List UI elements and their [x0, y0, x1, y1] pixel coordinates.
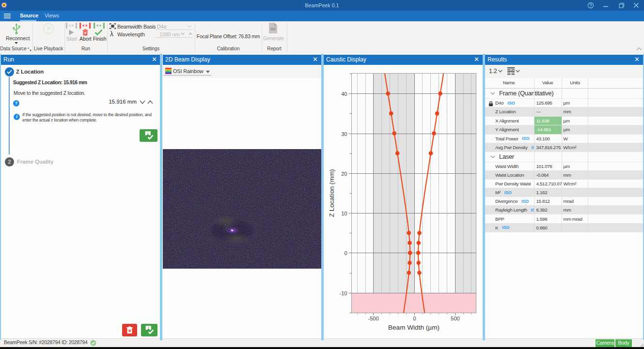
- svg-text:0: 0: [344, 250, 347, 256]
- svg-text:-10: -10: [340, 290, 347, 296]
- svg-text:20: 20: [341, 171, 347, 177]
- svg-text:10: 10: [341, 211, 347, 216]
- svg-text:40: 40: [341, 91, 347, 97]
- svg-text:Beam Width (µm): Beam Width (µm): [388, 324, 440, 331]
- svg-text:-500: -500: [368, 316, 378, 321]
- svg-text:500: 500: [451, 316, 459, 321]
- svg-text:Z Location (mm): Z Location (mm): [328, 169, 335, 217]
- svg-text:30: 30: [341, 131, 347, 137]
- svg-text:0: 0: [413, 316, 416, 321]
